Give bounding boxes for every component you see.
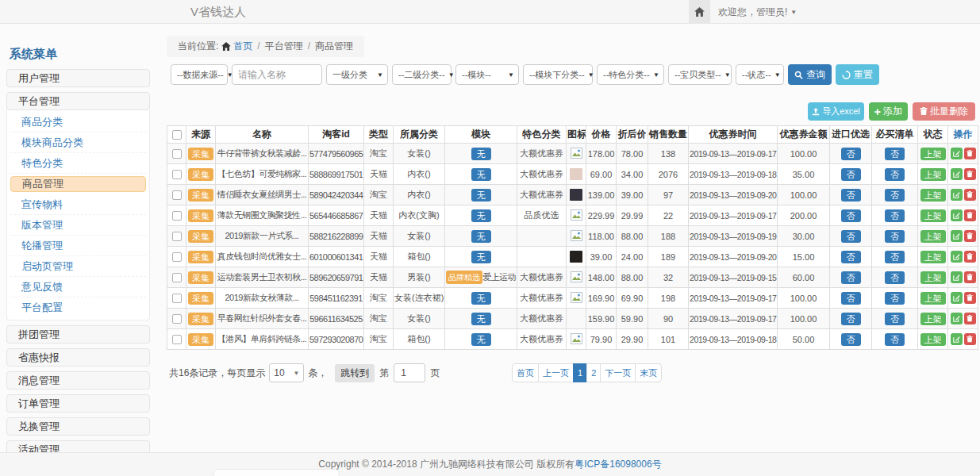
status-badge[interactable]: 上架 — [920, 292, 946, 305]
page-number-input[interactable]: 1 — [394, 363, 425, 382]
source-badge[interactable]: 采集 — [188, 292, 213, 305]
icp-link[interactable]: 粤ICP备16098006号 — [575, 459, 661, 470]
source-badge[interactable]: 采集 — [188, 189, 213, 202]
delete-button[interactable] — [964, 313, 976, 324]
import-select-toggle[interactable]: 否 — [841, 251, 861, 263]
module-none-badge[interactable]: 无 — [471, 313, 491, 325]
import-select-toggle[interactable]: 否 — [841, 313, 861, 325]
filter-select-模块[interactable]: --模块--▼ — [455, 64, 519, 85]
must-buy-toggle[interactable]: 否 — [885, 292, 905, 305]
module-badge[interactable]: 品牌精选 — [446, 271, 482, 284]
must-buy-toggle[interactable]: 否 — [885, 148, 905, 160]
edit-button[interactable] — [951, 189, 963, 201]
status-badge[interactable]: 上架 — [920, 333, 946, 346]
sidebar-item-模块商品分类[interactable]: 模块商品分类 — [10, 132, 146, 153]
sidebar-group-平台管理[interactable]: 平台管理 — [6, 92, 150, 110]
edit-button[interactable] — [951, 148, 963, 159]
row-checkbox[interactable] — [172, 335, 182, 344]
select-all-checkbox[interactable] — [172, 130, 182, 140]
row-checkbox[interactable] — [172, 149, 182, 159]
sidebar-group-订单管理[interactable]: 订单管理 — [6, 394, 150, 413]
sidebar-group-拼团管理[interactable]: 拼团管理 — [6, 325, 150, 344]
status-badge[interactable]: 上架 — [920, 148, 946, 160]
source-badge[interactable]: 采集 — [188, 230, 213, 243]
row-checkbox[interactable] — [172, 252, 182, 262]
row-checkbox[interactable] — [172, 211, 182, 221]
edit-button[interactable] — [951, 168, 963, 180]
import-select-toggle[interactable]: 否 — [841, 189, 861, 202]
source-badge[interactable]: 采集 — [188, 148, 213, 160]
page-button-首页[interactable]: 首页 — [512, 363, 539, 382]
row-checkbox[interactable] — [172, 273, 182, 282]
filter-select-数据来源[interactable]: --数据来源--▼ — [171, 64, 228, 85]
must-buy-toggle[interactable]: 否 — [885, 168, 905, 181]
edit-button[interactable] — [951, 333, 963, 345]
edit-button[interactable] — [951, 251, 963, 263]
sidebar-group-兑换管理[interactable]: 兑换管理 — [6, 417, 150, 436]
import-select-toggle[interactable]: 否 — [841, 230, 861, 243]
filter-select-一级分类[interactable]: 一级分类▼ — [326, 64, 388, 85]
delete-button[interactable] — [964, 271, 976, 283]
filter-select-状态[interactable]: --状态--▼ — [736, 64, 784, 85]
import-select-toggle[interactable]: 否 — [841, 209, 861, 222]
must-buy-toggle[interactable]: 否 — [885, 189, 905, 202]
row-checkbox[interactable] — [172, 170, 182, 179]
row-checkbox[interactable] — [172, 232, 182, 241]
breadcrumb-home-link[interactable]: 首页 — [233, 40, 252, 52]
delete-button[interactable] — [964, 251, 976, 263]
must-buy-toggle[interactable]: 否 — [885, 230, 905, 243]
name-search-input[interactable]: 请输入名称 — [232, 64, 322, 85]
source-badge[interactable]: 采集 — [188, 168, 213, 181]
status-badge[interactable]: 上架 — [920, 313, 946, 325]
status-badge[interactable]: 上架 — [920, 189, 946, 202]
status-badge[interactable]: 上架 — [920, 271, 946, 284]
edit-button[interactable] — [951, 230, 963, 242]
filter-select-模块下分类[interactable]: --模块下分类--▼ — [523, 64, 593, 85]
must-buy-toggle[interactable]: 否 — [885, 313, 905, 325]
module-none-badge[interactable]: 无 — [471, 189, 491, 202]
filter-select-特色分类[interactable]: --特色分类--▼ — [597, 64, 664, 85]
row-checkbox[interactable] — [172, 294, 182, 303]
import-select-toggle[interactable]: 否 — [841, 333, 861, 346]
must-buy-toggle[interactable]: 否 — [885, 271, 905, 284]
import-select-toggle[interactable]: 否 — [841, 148, 861, 160]
module-none-badge[interactable]: 无 — [471, 148, 491, 160]
source-badge[interactable]: 采集 — [188, 251, 213, 263]
reset-button[interactable]: 重置 — [836, 64, 879, 85]
edit-button[interactable] — [951, 271, 963, 283]
delete-button[interactable] — [964, 189, 976, 201]
sidebar-group-用户管理[interactable]: 用户管理 — [6, 69, 150, 87]
must-buy-toggle[interactable]: 否 — [885, 209, 905, 222]
jump-button[interactable]: 跳转到 — [335, 364, 375, 382]
sidebar-item-平台配置[interactable]: 平台配置 — [10, 298, 146, 318]
status-badge[interactable]: 上架 — [920, 251, 946, 263]
sidebar-item-商品分类[interactable]: 商品分类 — [10, 112, 146, 132]
row-checkbox[interactable] — [172, 190, 182, 200]
module-none-badge[interactable]: 无 — [471, 209, 491, 222]
edit-button[interactable] — [951, 209, 963, 221]
edit-button[interactable] — [951, 313, 963, 324]
delete-button[interactable] — [964, 209, 976, 221]
module-none-badge[interactable]: 无 — [471, 251, 491, 263]
sidebar-item-启动页管理[interactable]: 启动页管理 — [10, 256, 146, 277]
page-button-上一页[interactable]: 上一页 — [538, 363, 574, 382]
delete-button[interactable] — [964, 168, 976, 180]
delete-button[interactable] — [964, 333, 976, 345]
sidebar-item-意见反馈[interactable]: 意见反馈 — [10, 277, 146, 298]
import-select-toggle[interactable]: 否 — [841, 168, 861, 181]
sidebar-group-省惠快报[interactable]: 省惠快报 — [6, 348, 150, 367]
source-badge[interactable]: 采集 — [188, 209, 213, 222]
delete-button[interactable] — [964, 292, 976, 304]
page-button-末页[interactable]: 末页 — [635, 363, 662, 382]
page-button-1[interactable]: 1 — [573, 363, 587, 382]
batch-delete-button[interactable]: 批量删除 — [913, 102, 975, 121]
sidebar-item-宣传物料[interactable]: 宣传物料 — [10, 194, 146, 215]
status-badge[interactable]: 上架 — [920, 209, 946, 222]
module-none-badge[interactable]: 无 — [471, 168, 491, 181]
module-none-badge[interactable]: 无 — [471, 230, 491, 243]
source-badge[interactable]: 采集 — [188, 271, 213, 284]
module-none-badge[interactable]: 无 — [471, 292, 491, 305]
source-badge[interactable]: 采集 — [188, 313, 213, 325]
filter-select-宝贝类型[interactable]: --宝贝类型--▼ — [668, 64, 732, 85]
page-button-2[interactable]: 2 — [586, 363, 601, 382]
